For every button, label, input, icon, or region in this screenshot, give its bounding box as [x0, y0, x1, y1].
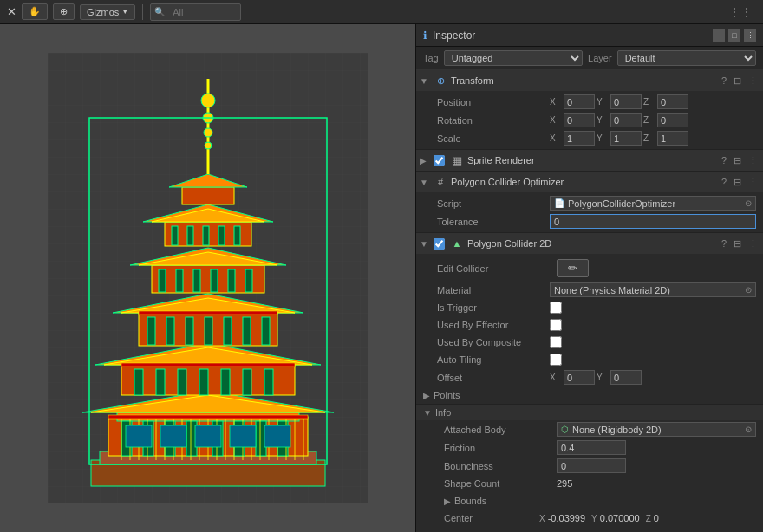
offset-row: Offset X Y	[416, 368, 763, 386]
transform-settings-icon[interactable]: ⊟	[732, 75, 743, 87]
material-ref[interactable]: None (Physics Material 2D) ⊙	[550, 282, 756, 297]
script-value-container: 📄 PolygonColliderOptimizer ⊙	[550, 196, 756, 211]
tag-layer-row: Tag Untagged Layer Default	[416, 47, 763, 70]
polygon-collider-header[interactable]: ▼ ▲ Polygon Collider 2D ? ⊟ ⋮	[416, 233, 763, 254]
maximize-button[interactable]: □	[728, 29, 740, 42]
menu-button[interactable]: ⋮	[744, 29, 756, 42]
is-trigger-checkbox[interactable]	[550, 302, 562, 314]
collider-help-button[interactable]: ?	[720, 238, 728, 250]
extent-row: Extent X 3.27 Y 4.54 Z 0	[416, 527, 763, 532]
tag-label: Tag	[423, 53, 439, 63]
optimizer-name: Polygon Collider Optimizer	[451, 177, 716, 187]
oy-label: Y	[597, 373, 609, 382]
scale-x-input[interactable]	[564, 131, 595, 146]
svg-rect-87	[108, 415, 308, 419]
tolerance-input[interactable]	[550, 214, 756, 229]
sprite-renderer-header[interactable]: ▶ ▦ Sprite Renderer ? ⊟ ⋮	[416, 150, 763, 171]
svg-rect-20	[178, 369, 186, 395]
more-options-icon[interactable]: ⋮⋮	[725, 5, 756, 19]
scale-z-input[interactable]	[657, 131, 688, 146]
minimize-button[interactable]: ─	[713, 29, 725, 42]
search-icon: 🔍	[154, 7, 165, 16]
collider-enabled-checkbox[interactable]	[434, 238, 445, 250]
z-label: Z	[643, 97, 655, 107]
material-select-icon[interactable]: ⊙	[745, 285, 752, 295]
svg-rect-23	[243, 369, 251, 395]
transform-tool-button[interactable]: ⊕	[53, 3, 75, 20]
shape-count-value: 295	[557, 478, 572, 489]
transform-help-button[interactable]: ?	[720, 75, 728, 87]
position-row: Position X Y Z	[416, 93, 763, 111]
offset-value: X Y	[550, 370, 756, 385]
svg-rect-38	[159, 269, 166, 292]
sprite-icon: ▦	[450, 153, 464, 167]
svg-rect-40	[193, 269, 200, 292]
sprite-help-button[interactable]: ?	[720, 155, 728, 166]
script-ref[interactable]: 📄 PolygonColliderOptimizer ⊙	[550, 196, 756, 211]
auto-tiling-checkbox[interactable]	[550, 354, 562, 366]
scale-value: X Y Z	[550, 131, 756, 146]
friction-input[interactable]	[557, 440, 626, 455]
offset-x-input[interactable]	[564, 370, 595, 385]
position-y-input[interactable]	[610, 94, 642, 109]
script-select-icon[interactable]: ⊙	[745, 198, 752, 208]
rotation-y-input[interactable]	[610, 113, 642, 127]
offset-y-input[interactable]	[610, 370, 642, 385]
edit-collider-button[interactable]: ✏	[557, 259, 589, 277]
search-input[interactable]	[167, 3, 237, 21]
svg-rect-48	[187, 226, 193, 245]
sprite-actions: ? ⊟ ⋮	[720, 155, 760, 166]
transform-component: ▼ ⊕ Transform ? ⊟ ⋮ Position X	[416, 70, 763, 150]
collider-settings-icon[interactable]: ⊟	[732, 238, 743, 250]
hand-tool-button[interactable]: ✋	[22, 3, 48, 20]
used-by-composite-checkbox[interactable]	[550, 336, 562, 348]
optimizer-help-button[interactable]: ?	[720, 177, 728, 188]
transform-menu-icon[interactable]: ⋮	[747, 75, 760, 87]
script-label: Script	[437, 198, 550, 209]
points-section-header[interactable]: ▶ Points	[416, 386, 763, 404]
sprite-settings-icon[interactable]: ⊟	[732, 155, 743, 166]
bounciness-input[interactable]	[557, 458, 626, 473]
collider-menu-icon[interactable]: ⋮	[747, 238, 760, 250]
material-row: Material None (Physics Material 2D) ⊙	[416, 281, 763, 299]
layer-select[interactable]: Default	[617, 50, 756, 66]
svg-rect-84	[195, 425, 221, 447]
svg-rect-32	[224, 317, 232, 345]
material-value-text: None (Physics Material 2D)	[554, 285, 670, 295]
transform-name: Transform	[451, 75, 716, 86]
script-value-text: PolygonColliderOptimizer	[568, 198, 675, 209]
rx-label: X	[550, 115, 562, 125]
friction-row: Friction	[416, 438, 763, 457]
position-x-input[interactable]	[564, 94, 595, 109]
rotation-z-input[interactable]	[657, 113, 688, 127]
optimizer-menu-icon[interactable]: ⋮	[747, 177, 760, 188]
rotation-label: Rotation	[437, 115, 550, 126]
used-by-composite-row: Used By Composite	[416, 334, 763, 351]
bounciness-row: Bounciness	[416, 457, 763, 475]
points-label: Points	[434, 390, 460, 400]
svg-rect-49	[203, 226, 209, 245]
sprite-menu-icon[interactable]: ⋮	[747, 155, 760, 166]
optimizer-settings-icon[interactable]: ⊟	[732, 177, 743, 188]
center-x-value: -0.03999	[548, 513, 585, 523]
info-section-header[interactable]: ▼ Info	[416, 404, 763, 420]
used-by-composite-label: Used By Composite	[437, 337, 550, 347]
scale-y-input[interactable]	[610, 131, 642, 146]
position-z-input[interactable]	[657, 94, 688, 109]
points-expand-arrow: ▶	[423, 391, 434, 400]
attached-body-ref[interactable]: ⬡ None (Rigidbody 2D) ⊙	[557, 422, 756, 437]
sprite-enabled-checkbox[interactable]	[434, 155, 445, 166]
rotation-x-input[interactable]	[564, 113, 595, 127]
offset-label: Offset	[437, 373, 550, 383]
bounds-section-header[interactable]: ▶ Bounds	[416, 492, 763, 509]
tag-select[interactable]: Untagged	[444, 50, 583, 66]
transform-header[interactable]: ▼ ⊕ Transform ? ⊟ ⋮	[416, 70, 763, 91]
polygon-optimizer-header[interactable]: ▼ # Polygon Collider Optimizer ? ⊟ ⋮	[416, 172, 763, 192]
shape-count-row: Shape Count 295	[416, 475, 763, 492]
used-by-effector-checkbox[interactable]	[550, 319, 562, 331]
gizmos-button[interactable]: Gizmos ▼	[80, 4, 135, 20]
attached-body-label: Attached Body	[444, 425, 557, 435]
center-label: Center	[444, 513, 539, 523]
chevron-down-icon: ▼	[121, 8, 128, 16]
attached-body-select-icon[interactable]: ⊙	[745, 425, 752, 434]
